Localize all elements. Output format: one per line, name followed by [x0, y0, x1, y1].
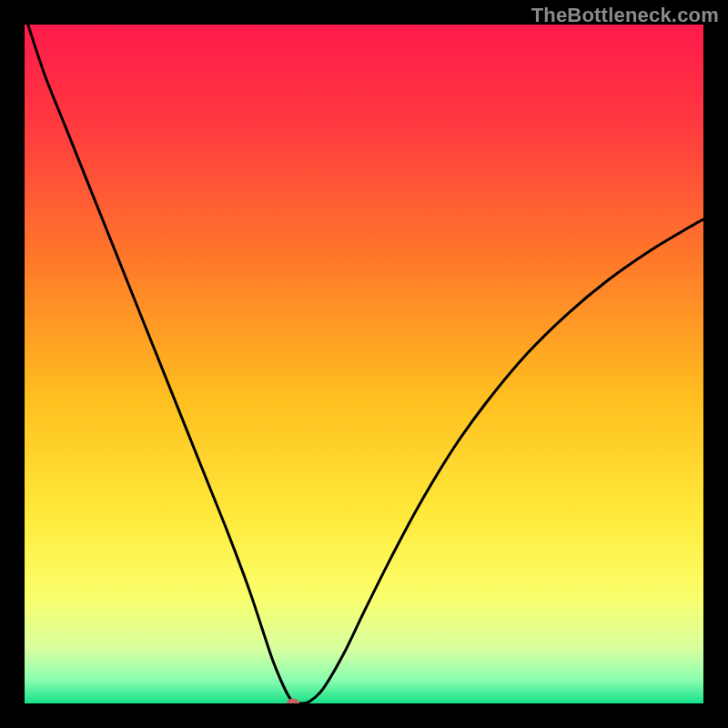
plot-area	[25, 25, 703, 703]
optimal-marker	[287, 699, 299, 704]
chart-frame: TheBottleneck.com	[0, 0, 728, 728]
plot-svg	[25, 25, 703, 703]
gradient-background	[25, 25, 703, 703]
watermark-text: TheBottleneck.com	[531, 4, 719, 27]
